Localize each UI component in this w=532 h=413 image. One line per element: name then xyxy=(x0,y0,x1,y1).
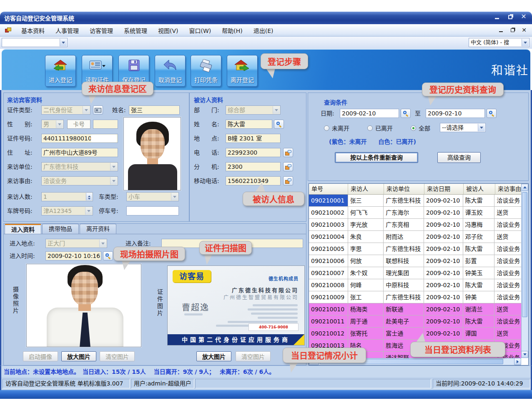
col-order-no[interactable]: 单号 xyxy=(309,184,348,195)
table-cell[interactable]: 2009-02-10 xyxy=(424,315,463,328)
table-cell[interactable]: 理光集团 xyxy=(384,267,424,279)
table-cell[interactable]: 谭国 xyxy=(463,328,495,340)
table-cell[interactable]: 2009-02-10 xyxy=(424,219,463,231)
visit-unit-select[interactable]: 广东德生科技 xyxy=(41,162,118,171)
table-row[interactable]: 090210007朱个奴理光集团2009-02-10钟美玉洽谈业务 xyxy=(309,267,521,279)
table-cell[interactable]: 中原科技 xyxy=(384,279,424,291)
requery-button[interactable]: 按以上条件重新查询 xyxy=(335,152,418,163)
table-cell[interactable]: 广东亮相 xyxy=(384,219,424,231)
table-cell[interactable]: 090210009 xyxy=(309,291,348,303)
table-cell[interactable]: 洽谈业务 xyxy=(494,219,521,231)
table-cell[interactable]: 陈大雷 xyxy=(463,315,495,328)
table-cell[interactable]: 090210008 xyxy=(309,279,348,291)
table-cell[interactable]: 090210003 xyxy=(309,219,348,231)
table-cell[interactable]: 邓子欣 xyxy=(463,231,495,243)
table-cell[interactable]: 090210007 xyxy=(309,267,348,279)
table-cell[interactable]: 090210001 xyxy=(309,195,348,207)
table-row[interactable]: 090210010杨海类新联通2009-02-10谢清兰送货 xyxy=(309,303,521,315)
dial-ext-button[interactable] xyxy=(283,162,293,171)
table-cell[interactable]: 赴美电子 xyxy=(384,315,424,328)
id-number-field[interactable]: 4401111980010 xyxy=(41,134,118,143)
table-cell[interactable]: 2009-02-10 xyxy=(424,279,463,291)
mdi-close-icon[interactable]: ✕ xyxy=(520,26,528,34)
table-cell[interactable]: 陈大雷 xyxy=(463,279,495,291)
leave-registration-button[interactable]: 离开登记 xyxy=(227,55,258,87)
clear-photo-button[interactable]: 清空图片 xyxy=(100,351,135,361)
entry-time-picker-button[interactable] xyxy=(103,251,113,260)
table-cell[interactable]: 送货 xyxy=(494,303,521,315)
table-cell[interactable]: 洽谈业务 xyxy=(494,255,521,267)
tab-carried-items[interactable]: 携带物品 xyxy=(42,224,79,234)
table-row[interactable]: 090210009张工广东德生科技2009-02-10钟美洽谈业务 xyxy=(309,291,521,303)
search-person-button[interactable] xyxy=(274,120,284,129)
table-cell[interactable]: 谢清兰 xyxy=(463,303,495,315)
vertical-scrollbar[interactable] xyxy=(521,184,528,358)
radio-all[interactable]: 全部 xyxy=(411,124,430,132)
phone-field[interactable]: 22992300 xyxy=(226,148,281,157)
table-cell[interactable]: 2009-02-10 xyxy=(424,195,463,207)
table-row[interactable]: 090210006何放联想科技2009-02-10彭置洽谈业务 xyxy=(309,255,521,267)
visited-name-field[interactable]: 陈大雷 xyxy=(226,120,272,129)
table-cell[interactable]: 广东德生科技 xyxy=(384,195,424,207)
table-cell[interactable]: 洽谈业务 xyxy=(494,279,521,291)
table-cell[interactable]: 2009-02-10 xyxy=(424,243,463,255)
table-cell[interactable]: 2009-02-10 xyxy=(424,267,463,279)
table-cell[interactable]: 朱个奴 xyxy=(348,267,384,279)
table-row[interactable]: 090210005李思广东德生科技2009-02-10陈大雷洽谈业务 xyxy=(309,243,521,255)
dial-mobile-button[interactable] xyxy=(283,176,293,185)
col-reason[interactable]: 来访事由 xyxy=(495,184,522,195)
scroll-right-icon[interactable] xyxy=(514,358,521,365)
table-cell[interactable]: 李思 xyxy=(348,243,384,255)
table-cell[interactable]: 周于通 xyxy=(348,315,384,328)
table-cell[interactable]: 张三 xyxy=(348,195,384,207)
table-cell[interactable]: 2009-02-10 xyxy=(424,328,463,340)
table-cell[interactable]: 朱良 xyxy=(348,231,384,243)
table-cell[interactable]: 090210004 xyxy=(309,231,348,243)
table-cell[interactable]: 090210010 xyxy=(309,303,348,315)
radio-left[interactable]: 已离开 xyxy=(367,124,393,132)
table-cell[interactable]: 冯惠梅 xyxy=(463,219,495,231)
close-icon[interactable]: ✕ xyxy=(519,13,529,22)
table-cell[interactable]: 陈大雷 xyxy=(463,195,495,207)
table-row[interactable]: 090210011周于通赴美电子2009-02-10陈大雷洽谈业务 xyxy=(309,315,521,328)
menu-basic-data[interactable]: 基本资料 xyxy=(16,25,50,36)
tab-leave-info[interactable]: 离开资料 xyxy=(80,224,116,234)
location-field[interactable]: B幢 2301 室 xyxy=(226,134,281,143)
radio-not-left[interactable]: 未离开 xyxy=(324,124,349,132)
table-cell[interactable]: 李光放 xyxy=(348,219,384,231)
entry-time-field[interactable]: 2009-02-10 10:16 xyxy=(45,251,101,260)
mdi-minimize-icon[interactable] xyxy=(497,26,504,34)
table-cell[interactable]: 陈大雷 xyxy=(463,243,495,255)
table-cell[interactable]: 090210011 xyxy=(309,315,348,328)
id-type-select[interactable]: 二代身份证 xyxy=(41,105,90,115)
table-cell[interactable]: 杨海类 xyxy=(348,303,384,315)
table-cell[interactable]: 张工 xyxy=(348,291,384,303)
address-field[interactable]: 广州市中山大道89号 xyxy=(41,148,118,157)
table-cell[interactable]: 2009-02-10 xyxy=(424,291,463,303)
date-from-picker-button[interactable] xyxy=(401,109,411,118)
parking-number-field[interactable] xyxy=(126,206,179,215)
table-cell[interactable]: 洽谈业务 xyxy=(494,315,521,328)
dial-phone-button[interactable] xyxy=(283,148,293,157)
visitor-count-stepper[interactable]: 1 xyxy=(41,192,93,201)
date-to-field[interactable]: 2009-02-10 xyxy=(426,109,485,118)
menu-help[interactable]: 帮助(H) xyxy=(216,25,248,36)
table-cell[interactable]: 090210005 xyxy=(309,243,348,255)
start-camera-button[interactable]: 启动摄像 xyxy=(23,351,58,361)
mdi-restore-icon[interactable] xyxy=(509,26,516,34)
table-cell[interactable]: 2009-02-10 xyxy=(424,303,463,315)
gender-select[interactable]: 男 xyxy=(41,120,64,129)
table-cell[interactable]: 2009-02-10 xyxy=(424,255,463,267)
table-cell[interactable]: 谭玉姣 xyxy=(463,207,495,219)
table-cell[interactable]: 送货 xyxy=(494,328,521,340)
language-combo[interactable]: 中文 (简体) - 搜 xyxy=(469,38,529,47)
table-row[interactable]: 090210012张寄托富士通2009-02-10谭国送货 xyxy=(309,328,521,340)
table-cell[interactable]: 联想科技 xyxy=(384,255,424,267)
vehicle-type-select[interactable]: 小车 xyxy=(126,192,179,201)
print-receipt-button[interactable]: 打印凭条 xyxy=(191,55,221,87)
menu-hr[interactable]: 人事管理 xyxy=(50,25,84,36)
table-cell[interactable]: 2009-02-10 xyxy=(424,231,463,243)
visit-reason-select[interactable]: 洽谈业务 xyxy=(41,176,118,185)
table-cell[interactable]: 090210012 xyxy=(309,328,348,340)
mobile-field[interactable]: 15602210349 xyxy=(226,176,281,185)
